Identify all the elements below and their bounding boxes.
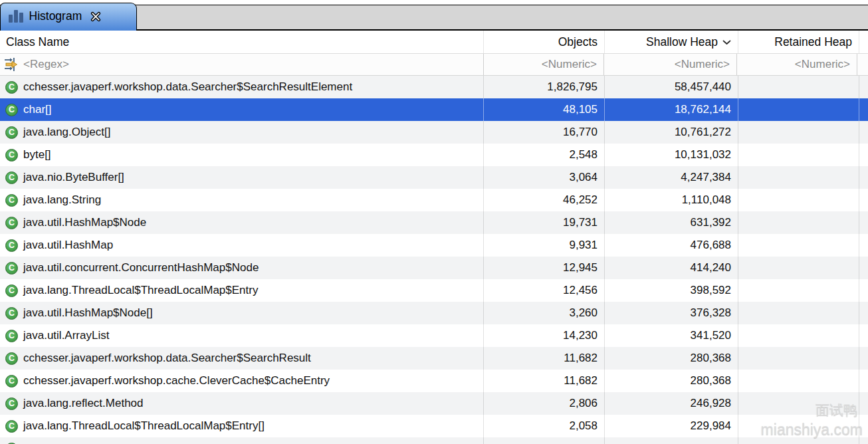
shallow-heap-cell: 341,520 — [605, 324, 738, 347]
table-row[interactable]: C java.lang.reflect.Method 2,806 246,928 — [0, 392, 868, 415]
class-name-text: java.lang.String — [23, 193, 101, 207]
row-filler — [859, 144, 868, 166]
column-header-retained-heap[interactable]: Retained Heap — [738, 31, 859, 53]
class-name-text: char[] — [23, 103, 52, 116]
tab-title: Histogram — [29, 9, 82, 23]
class-name-text: byte[] — [23, 148, 51, 162]
shallow-heap-cell: 246,928 — [605, 392, 738, 415]
numeric-placeholder: <Numeric> — [795, 58, 850, 71]
shallow-heap-cell: 185,208 — [605, 437, 738, 444]
retained-heap-cell — [738, 415, 859, 437]
regex-placeholder: <Regex> — [23, 58, 69, 71]
column-header-filler — [859, 31, 868, 53]
table-row[interactable]: C java.util.HashMap 9,931 476,688 — [0, 234, 868, 257]
class-name-cell: C cchesser.javaperf.workshop.cache.Cleve… — [0, 370, 484, 392]
column-label: Retained Heap — [774, 35, 852, 49]
row-filler — [859, 234, 868, 257]
class-name-cell: C java.lang.ThreadLocal$ThreadLocalMap$E… — [0, 415, 484, 437]
objects-cell: 5,102 — [484, 437, 605, 444]
class-name-text: java.util.ArrayList — [23, 329, 109, 342]
shallow-heap-cell: 414,240 — [605, 257, 738, 279]
java-class-icon: C — [5, 171, 18, 184]
class-name-text: java.lang.ThreadLocal$ThreadLocalMap$Ent… — [23, 284, 258, 297]
java-class-icon: C — [5, 126, 18, 139]
class-name-text: cchesser.javaperf.workshop.cache.CleverC… — [23, 374, 330, 388]
class-name-cell: C java.lang.Object[] — [0, 121, 484, 144]
table-row[interactable]: C java.nio.ByteBuffer[] 3,064 4,247,384 — [0, 166, 868, 189]
class-name-cell: C java.nio.ByteBuffer[] — [0, 166, 484, 189]
tab-histogram[interactable]: Histogram — [0, 3, 137, 31]
objects-cell: 2,548 — [484, 144, 605, 166]
class-name-text: java.util.HashMap — [23, 239, 113, 252]
objects-cell: 11,682 — [484, 370, 605, 392]
retained-heap-cell — [738, 76, 859, 98]
retained-heap-cell — [738, 392, 859, 415]
class-name-text: cchesser.javaperf.workshop.data.Searcher… — [23, 80, 352, 94]
table-row[interactable]: C java.lang.ThreadLocal$ThreadLocalMap$E… — [0, 415, 868, 437]
shallow-heap-cell: 229,984 — [605, 415, 738, 437]
table-row[interactable]: C java.util.HashMap$Node 19,731 631,392 — [0, 211, 868, 234]
row-filler — [859, 189, 868, 211]
class-name-text: java.util.concurrent.ConcurrentHashMap$N… — [23, 261, 259, 275]
shallow-heap-cell: 631,392 — [605, 211, 738, 234]
retained-heap-cell — [738, 302, 859, 324]
java-class-icon: C — [5, 284, 18, 297]
table-row[interactable]: C char[] 48,105 18,762,144 — [0, 98, 868, 121]
row-filler — [859, 279, 868, 302]
row-filler — [859, 324, 868, 347]
filter-filler — [857, 54, 868, 75]
objects-cell: 3,260 — [484, 302, 605, 324]
row-filler — [859, 166, 868, 189]
java-class-icon: C — [5, 420, 18, 433]
histogram-bars-icon — [9, 10, 23, 23]
column-header-objects[interactable]: Objects — [484, 31, 605, 53]
row-filler — [859, 437, 868, 444]
shallow-heap-numeric-filter-input[interactable]: <Numeric> — [603, 54, 737, 75]
numeric-placeholder: <Numeric> — [542, 58, 597, 71]
table-row[interactable]: C java.lang.ThreadLocal$ThreadLocalMap$E… — [0, 279, 868, 302]
column-header-class-name[interactable]: Class Name — [0, 31, 484, 53]
java-class-icon: C — [5, 81, 18, 94]
row-filler — [859, 302, 868, 324]
class-name-text: cchesser.javaperf.workshop.data.Searcher… — [23, 352, 311, 365]
row-filler — [859, 347, 868, 370]
table-row[interactable]: C java.util.concurrent.ConcurrentHashMap… — [0, 257, 868, 279]
table-row[interactable]: C cchesser.javaperf.workshop.cache.Cleve… — [0, 370, 868, 392]
column-header-shallow-heap[interactable]: Shallow Heap — [605, 31, 738, 53]
class-name-cell: C cchesser.javaperf.workshop.data.Search… — [0, 76, 484, 98]
filter-row: <Regex> <Numeric> <Numeric> <Numeric> — [0, 53, 868, 76]
objects-cell: 16,770 — [484, 121, 605, 144]
shallow-heap-cell: 10,761,272 — [605, 121, 738, 144]
column-label: Class Name — [6, 35, 69, 49]
table-row[interactable]: C byte[] 2,548 10,131,032 — [0, 144, 868, 166]
class-name-cell: C int[] — [0, 437, 484, 444]
objects-cell: 1,826,795 — [484, 76, 605, 98]
retained-heap-numeric-filter-input[interactable]: <Numeric> — [736, 54, 857, 75]
objects-cell: 2,058 — [484, 415, 605, 437]
table-row[interactable]: C java.util.ArrayList 14,230 341,520 — [0, 324, 868, 347]
objects-numeric-filter-input[interactable]: <Numeric> — [483, 54, 604, 75]
table-row[interactable]: C java.util.HashMap$Node[] 3,260 376,328 — [0, 302, 868, 324]
retained-heap-cell — [738, 347, 859, 370]
java-class-icon: C — [5, 330, 18, 342]
row-filler — [859, 415, 868, 437]
table-row[interactable]: C java.lang.String 46,252 1,110,048 — [0, 189, 868, 211]
retained-heap-cell — [738, 98, 859, 121]
table-row[interactable]: C java.lang.Object[] 16,770 10,761,272 — [0, 121, 868, 144]
close-icon[interactable] — [90, 11, 101, 22]
table-row[interactable]: C cchesser.javaperf.workshop.data.Search… — [0, 76, 868, 98]
objects-cell: 2,806 — [484, 392, 605, 415]
table-row[interactable]: C cchesser.javaperf.workshop.data.Search… — [0, 347, 868, 370]
objects-cell: 11,682 — [484, 347, 605, 370]
row-filler — [859, 76, 868, 98]
row-filler — [859, 121, 868, 144]
class-name-cell: C java.lang.reflect.Method — [0, 392, 484, 415]
shallow-heap-cell: 476,688 — [605, 234, 738, 257]
class-name-regex-filter-input[interactable]: <Regex> — [0, 54, 484, 75]
table-row[interactable]: C int[] 5,102 185,208 — [0, 437, 868, 444]
objects-cell: 12,456 — [484, 279, 605, 302]
shallow-heap-cell: 280,368 — [605, 370, 738, 392]
shallow-heap-cell: 376,328 — [605, 302, 738, 324]
sort-descending-chevron-icon — [722, 40, 731, 45]
class-name-cell: C java.util.ArrayList — [0, 324, 484, 347]
